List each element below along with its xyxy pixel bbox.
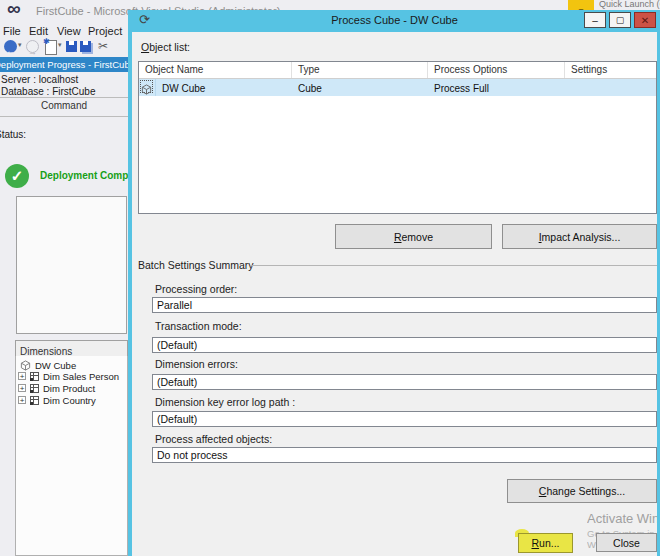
- dimension-key-error-log-path-label: Dimension key error log path :: [155, 396, 295, 408]
- process-affected-objects-label: Process affected objects:: [155, 433, 272, 445]
- remove-button-label: Remove: [394, 231, 433, 243]
- success-check-icon: ✓: [5, 164, 29, 188]
- deployment-panel-header[interactable]: Deployment Progress - FirstCube: [0, 57, 133, 72]
- group-line: [250, 265, 657, 266]
- status-detail-box: [16, 196, 127, 334]
- run-button[interactable]: Run...: [518, 533, 573, 553]
- expand-plus-icon[interactable]: +: [18, 396, 26, 404]
- dimension-icon: [29, 371, 40, 382]
- table-row[interactable]: DW Cube Cube Process Full: [139, 79, 656, 96]
- impact-analysis-button-label: Impact Analysis...: [539, 231, 621, 243]
- dialog-title: Process Cube - DW Cube: [132, 14, 657, 26]
- change-settings-button-label: Change Settings...: [539, 485, 625, 497]
- object-list-table: Object Name Type Process Options Setting…: [138, 61, 657, 214]
- close-button-label: Close: [613, 537, 640, 549]
- dimension-key-error-log-path-field[interactable]: (Default): [152, 411, 657, 427]
- forward-icon: →: [28, 47, 37, 57]
- dialog-minimize-button[interactable]: –: [584, 12, 606, 28]
- remove-button[interactable]: Remove: [335, 224, 492, 249]
- save-button[interactable]: [66, 41, 77, 52]
- new-item-button[interactable]: ✱: [45, 40, 57, 55]
- tree-item-label: Dim Country: [43, 395, 96, 406]
- row-icon-focus-box: [140, 80, 153, 93]
- change-settings-button[interactable]: Change Settings...: [507, 479, 657, 503]
- transaction-mode-field[interactable]: (Default): [152, 337, 657, 353]
- transaction-mode-label: Transaction mode:: [155, 320, 242, 332]
- dimensions-header[interactable]: Dimensions: [15, 340, 128, 357]
- dimension-icon: [29, 383, 40, 394]
- tree-item-dim-sales-person[interactable]: + Dim Sales Person: [16, 371, 129, 383]
- new-item-spark-icon: ✱: [43, 37, 50, 46]
- minimize-icon: –: [592, 15, 598, 26]
- dialog-maximize-button[interactable]: ▢: [609, 12, 631, 28]
- close-icon: ✕: [641, 15, 649, 26]
- table-header-row: Object Name Type Process Options Setting…: [139, 62, 656, 79]
- menu-file[interactable]: File: [3, 25, 21, 37]
- process-affected-objects-field[interactable]: Do not process: [152, 447, 657, 463]
- forward-button[interactable]: →: [26, 40, 39, 53]
- run-button-label: Run...: [531, 537, 559, 549]
- cell-process-options[interactable]: Process Full: [428, 81, 565, 94]
- dimension-errors-label: Dimension errors:: [155, 358, 238, 370]
- back-icon: ←: [6, 46, 15, 56]
- deployment-status-message: Deployment Complete: [40, 170, 129, 181]
- cube-icon: [141, 84, 152, 95]
- back-button[interactable]: ←: [4, 40, 17, 53]
- save-label-stripe: [69, 41, 74, 45]
- tree-item-label: Dim Sales Person: [43, 371, 119, 382]
- object-list-label: Object list:: [141, 41, 190, 53]
- processing-order-label: Processing order:: [155, 283, 237, 295]
- vs-logo-icon: ∞: [7, 0, 21, 20]
- menu-edit[interactable]: Edit: [29, 25, 48, 37]
- cell-object-name: DW Cube: [156, 81, 292, 94]
- expand-plus-icon[interactable]: +: [18, 384, 26, 392]
- back-dropdown-icon[interactable]: ▾: [18, 41, 22, 49]
- menu-view[interactable]: View: [57, 25, 81, 37]
- database-label: Database : FirstCube: [1, 86, 131, 97]
- cut-button[interactable]: ✂: [98, 39, 108, 53]
- expand-plus-icon[interactable]: +: [18, 372, 26, 380]
- divider: [0, 116, 128, 117]
- screen: ∞ FirstCube - Microsoft Visual Studio (A…: [0, 0, 660, 556]
- tree-item-dim-product[interactable]: + Dim Product: [16, 383, 129, 395]
- dialog-titlebar[interactable]: ⟳ Process Cube - DW Cube – ▢ ✕: [132, 10, 657, 32]
- column-header-process-options[interactable]: Process Options: [428, 62, 565, 78]
- maximize-icon: ▢: [616, 15, 625, 25]
- cell-type: Cube: [292, 81, 428, 94]
- tree-item-dim-country[interactable]: + Dim Country: [16, 395, 129, 407]
- quick-launch[interactable]: Quick Launch (C: [599, 0, 660, 9]
- cube-icon: [20, 360, 31, 371]
- activate-windows-watermark: Activate Win: [587, 511, 657, 526]
- column-header-object-name[interactable]: Object Name: [139, 62, 292, 78]
- dimension-errors-field[interactable]: (Default): [152, 374, 657, 390]
- tree-item-label: DW Cube: [35, 360, 76, 371]
- save-all-button[interactable]: [80, 41, 91, 52]
- tree-item-label: Dim Product: [43, 383, 95, 394]
- column-header-type[interactable]: Type: [292, 62, 428, 78]
- processing-order-field[interactable]: Parallel: [152, 297, 657, 313]
- dimension-icon: [29, 395, 40, 406]
- status-label: Status:: [0, 129, 125, 140]
- divider: [0, 97, 128, 98]
- column-header-settings[interactable]: Settings: [565, 62, 656, 78]
- new-item-dropdown-icon[interactable]: ▾: [58, 41, 62, 49]
- batch-settings-title: Batch Settings Summary: [138, 259, 254, 271]
- close-button[interactable]: Close: [596, 533, 657, 552]
- command-section-label: Command: [0, 100, 128, 111]
- save-all-label-stripe: [83, 41, 88, 45]
- impact-analysis-button[interactable]: Impact Analysis...: [502, 224, 657, 249]
- cell-settings: [565, 87, 656, 89]
- dimensions-tree: DW Cube + Dim Sales Person + Dim Product…: [15, 356, 128, 556]
- check-glyph: ✓: [11, 167, 24, 184]
- process-cube-dialog: ⟳ Process Cube - DW Cube – ▢ ✕ Object li…: [128, 10, 660, 556]
- menu-project[interactable]: Project: [88, 25, 122, 37]
- server-label: Server : localhost: [1, 74, 131, 85]
- row-icon-cell: [139, 79, 156, 96]
- dialog-close-button[interactable]: ✕: [634, 12, 656, 28]
